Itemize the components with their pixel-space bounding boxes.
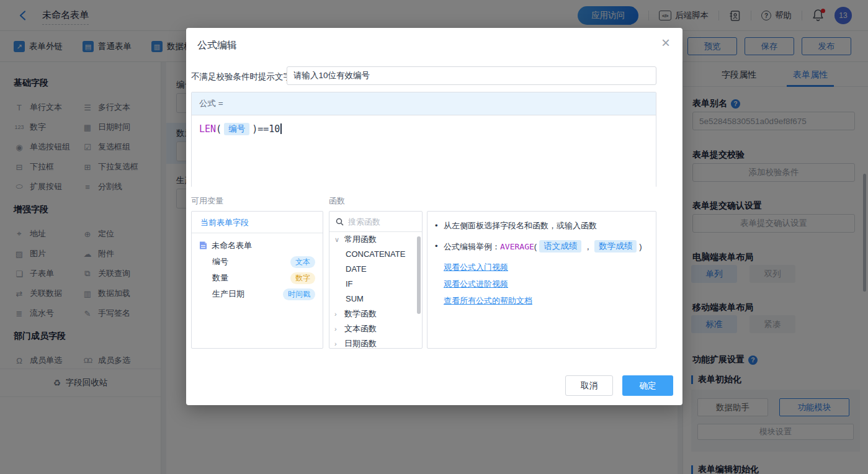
form-designer-app: 未命名表单 应用访问 </> 后端脚本 ? 帮助 13 <box>0 0 868 474</box>
caret-right-icon: › <box>334 340 341 347</box>
function-item-if[interactable]: IF <box>329 277 422 292</box>
link-formula-docs[interactable]: 查看所有公式的帮助文档 <box>444 295 656 306</box>
functions-panel: ∨ 常用函数 CONCATENATE DATE IF SUM › 数学函数 › … <box>329 211 423 349</box>
comma: ， <box>584 242 592 251</box>
group-label: 文本函数 <box>344 323 377 334</box>
paren-open: ( <box>534 242 537 251</box>
modal-title: 公式编辑 <box>197 39 237 52</box>
function-item-date[interactable]: DATE <box>329 262 422 277</box>
variable-row[interactable]: 数量 数字 <box>192 270 323 286</box>
variables-panel: 当前表单字段 未命名表单 编号 文本 数量 数字 生产日期 时间戳 <box>191 211 323 349</box>
paren-open: ( <box>216 123 221 135</box>
validation-message-label: 不满足校验条件时提示文字: <box>191 71 294 83</box>
field-chip: 数学成绩 <box>594 240 637 253</box>
variable-row[interactable]: 编号 文本 <box>192 254 323 270</box>
tree-root-label: 未命名表单 <box>212 240 252 251</box>
cancel-button[interactable]: 取消 <box>565 375 613 396</box>
group-label: 数学函数 <box>344 308 377 320</box>
function-group-date[interactable]: › 日期函数 <box>329 336 422 349</box>
caret-right-icon: › <box>334 310 341 318</box>
function-group-text[interactable]: › 文本函数 <box>329 321 422 336</box>
function-search <box>329 212 422 232</box>
example-prefix: 公式编辑举例： <box>444 242 500 251</box>
help-tip: 从左侧面板选择字段名和函数，或输入函数 <box>427 220 656 232</box>
function-search-input[interactable] <box>348 217 410 226</box>
function-item-concatenate[interactable]: CONCATENATE <box>329 247 422 262</box>
current-form-fields-tab[interactable]: 当前表单字段 <box>192 212 323 233</box>
function-group-math[interactable]: › 数学函数 <box>329 306 422 321</box>
field-chip: 语文成绩 <box>539 240 581 253</box>
functions-label: 函数 <box>329 195 345 207</box>
help-panel: 从左侧面板选择字段名和函数，或输入函数 公式编辑举例：AVERAGE(语文成绩，… <box>427 211 656 349</box>
function-item-sum[interactable]: SUM <box>329 292 422 306</box>
help-example: 公式编辑举例：AVERAGE(语文成绩，数学成绩) <box>427 240 656 253</box>
function-list-scrollbar[interactable] <box>417 236 421 314</box>
type-badge-number: 数字 <box>290 272 315 284</box>
text-cursor <box>280 123 282 134</box>
formula-editor-modal: 公式编辑 × 不满足校验条件时提示文字: 公式 = LEN(编号)==10 可用… <box>186 28 682 405</box>
close-icon[interactable]: × <box>661 35 670 50</box>
formula-editor[interactable]: LEN(编号)==10 <box>192 115 656 187</box>
type-badge-text: 文本 <box>290 256 315 268</box>
variables-label: 可用变量 <box>191 195 223 207</box>
group-label: 常用函数 <box>344 234 377 245</box>
caret-right-icon: › <box>334 325 341 333</box>
variable-name: 编号 <box>212 256 228 267</box>
example-function: AVERAGE <box>500 242 534 251</box>
formula-rest: ==10 <box>257 123 280 135</box>
paren-close: ) <box>639 242 642 251</box>
type-badge-timestamp: 时间戳 <box>283 288 315 300</box>
link-intro-video[interactable]: 观看公式入门视频 <box>444 262 656 273</box>
group-label: 日期函数 <box>344 338 377 349</box>
paren-close: ) <box>252 123 257 135</box>
variable-name: 数量 <box>212 272 228 284</box>
function-name: LEN <box>199 123 216 135</box>
confirm-button[interactable]: 确定 <box>622 375 673 396</box>
form-tree-root[interactable]: 未命名表单 <box>192 237 323 254</box>
search-icon <box>336 218 344 226</box>
variable-row[interactable]: 生产日期 时间戳 <box>192 286 323 302</box>
link-advanced-video[interactable]: 观看公式进阶视频 <box>444 279 656 290</box>
field-chip[interactable]: 编号 <box>224 123 249 135</box>
caret-down-icon: ∨ <box>334 236 341 244</box>
variable-name: 生产日期 <box>212 288 244 300</box>
formula-block: 公式 = LEN(编号)==10 <box>191 92 656 187</box>
validation-message-input[interactable] <box>287 66 656 85</box>
formula-header: 公式 = <box>192 92 656 115</box>
function-group-common[interactable]: ∨ 常用函数 <box>329 232 422 247</box>
form-file-icon <box>199 241 207 250</box>
